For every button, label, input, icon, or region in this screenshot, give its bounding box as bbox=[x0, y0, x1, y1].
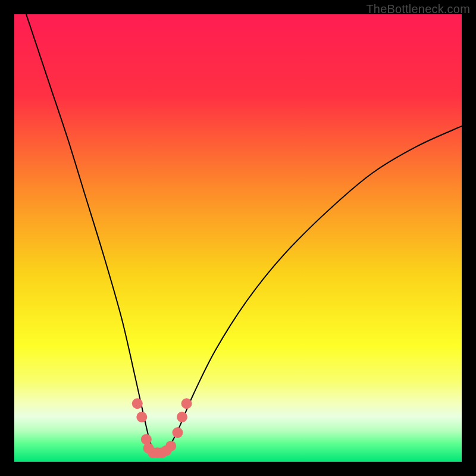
trough-marker bbox=[181, 398, 192, 409]
trough-marker bbox=[132, 398, 143, 409]
trough-marker bbox=[136, 412, 147, 422]
chart-frame: TheBottleneck.com bbox=[0, 0, 476, 476]
bottleneck-chart bbox=[14, 14, 462, 462]
plot-area bbox=[14, 14, 462, 462]
watermark-label: TheBottleneck.com bbox=[366, 2, 470, 16]
trough-marker bbox=[165, 441, 176, 452]
trough-marker bbox=[141, 434, 152, 444]
trough-marker bbox=[172, 427, 183, 438]
trough-marker bbox=[177, 412, 187, 422]
gradient-background bbox=[14, 14, 462, 462]
